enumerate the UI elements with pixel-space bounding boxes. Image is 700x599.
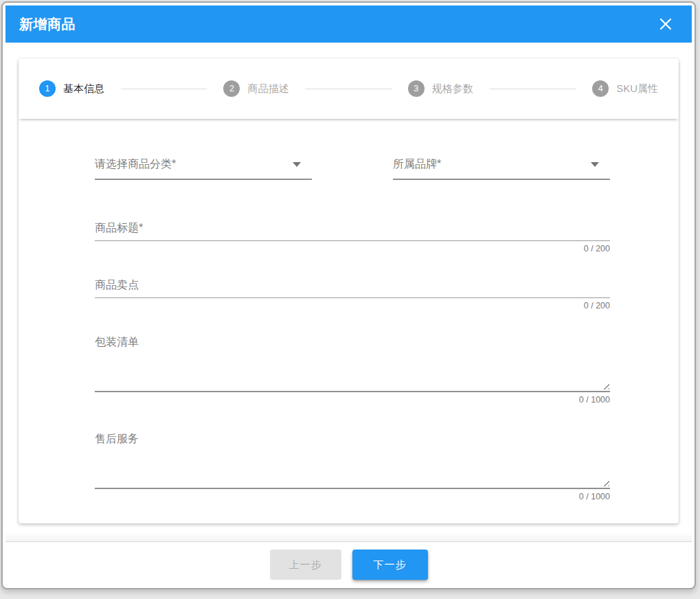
packing-list-field: 0 / 1000 bbox=[95, 335, 610, 405]
selling-point-field: 0 / 200 bbox=[95, 279, 610, 310]
dialog-header: 新增商品 bbox=[5, 5, 692, 43]
step-1-circle: 1 bbox=[39, 80, 56, 97]
category-select[interactable]: 请选择商品分类* bbox=[95, 157, 312, 180]
content-bottom-divider bbox=[5, 532, 692, 542]
packing-list-textarea[interactable] bbox=[95, 335, 610, 392]
step-divider bbox=[121, 89, 207, 89]
dialog-body: 1 基本信息 2 商品描述 3 规格参数 4 SKU属性 bbox=[5, 43, 692, 542]
select-row: 请选择商品分类* 所属品牌* bbox=[95, 157, 610, 180]
brand-select-placeholder: 所属品牌* bbox=[393, 158, 441, 170]
stepper-step-sku[interactable]: 4 SKU属性 bbox=[583, 80, 668, 97]
step-1-label: 基本信息 bbox=[63, 82, 104, 95]
product-title-field: 0 / 200 bbox=[95, 222, 610, 253]
selling-point-input[interactable] bbox=[95, 279, 610, 298]
category-select-placeholder: 请选择商品分类* bbox=[95, 158, 176, 170]
brand-select[interactable]: 所属品牌* bbox=[393, 157, 610, 180]
step-divider bbox=[305, 89, 391, 89]
stepper-header: 1 基本信息 2 商品描述 3 规格参数 4 SKU属性 bbox=[19, 58, 679, 119]
after-sales-textarea[interactable] bbox=[95, 432, 610, 489]
next-step-button[interactable]: 下一步 bbox=[352, 550, 428, 580]
add-product-dialog: 新增商品 1 基本信息 2 商品描述 bbox=[1, 1, 696, 589]
after-sales-field: 0 / 1000 bbox=[95, 432, 610, 501]
dropdown-arrow-icon bbox=[591, 162, 599, 167]
step-4-label: SKU属性 bbox=[616, 82, 658, 95]
after-sales-counter: 0 / 1000 bbox=[95, 492, 610, 501]
stepper-step-specs[interactable]: 3 规格参数 bbox=[398, 80, 483, 97]
close-icon bbox=[658, 16, 673, 32]
step-2-circle: 2 bbox=[223, 80, 240, 97]
packing-list-counter: 0 / 1000 bbox=[95, 395, 610, 405]
step-3-circle: 3 bbox=[408, 80, 425, 97]
step-divider bbox=[490, 89, 576, 89]
dialog-title: 新增商品 bbox=[19, 15, 76, 34]
selling-point-counter: 0 / 200 bbox=[95, 301, 610, 310]
dialog-actions: 上一步 下一步 bbox=[5, 542, 692, 585]
previous-step-button[interactable]: 上一步 bbox=[270, 550, 341, 580]
product-title-input[interactable] bbox=[95, 222, 610, 241]
stepper-step-basic-info[interactable]: 1 基本信息 bbox=[30, 80, 114, 97]
close-button[interactable] bbox=[653, 12, 678, 36]
dropdown-arrow-icon bbox=[293, 162, 301, 167]
step-4-circle: 4 bbox=[592, 80, 609, 97]
stepper-step-description[interactable]: 2 商品描述 bbox=[214, 80, 298, 97]
stepper-card: 1 基本信息 2 商品描述 3 规格参数 4 SKU属性 bbox=[19, 58, 679, 523]
step-3-label: 规格参数 bbox=[432, 82, 473, 95]
step-2-label: 商品描述 bbox=[247, 82, 289, 95]
basic-info-form: 请选择商品分类* 所属品牌* 0 / 200 0 / 200 bbox=[19, 119, 679, 523]
product-title-counter: 0 / 200 bbox=[95, 244, 610, 253]
